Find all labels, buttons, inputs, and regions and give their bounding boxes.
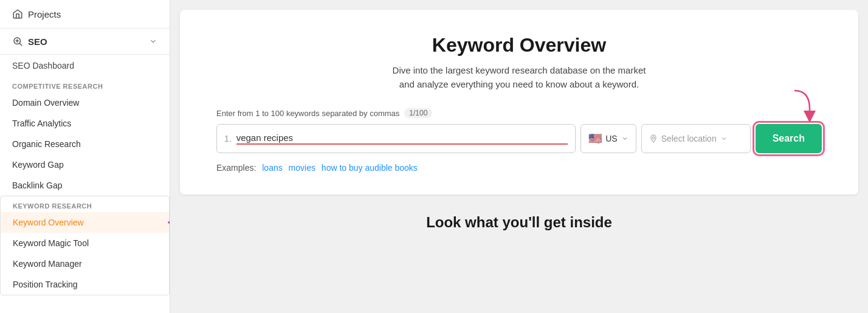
- sidebar: Projects SEO SEO Dashboard COMPETITIVE R…: [0, 0, 170, 313]
- seo-label: SEO: [28, 36, 47, 47]
- main-content: Keyword Overview Dive into the largest k…: [170, 0, 868, 313]
- country-chevron-icon: [621, 135, 629, 142]
- examples-row: Examples: loans movies how to buy audibl…: [216, 163, 822, 173]
- sidebar-item-organic-research[interactable]: Organic Research: [0, 134, 170, 154]
- svg-point-2: [652, 137, 655, 139]
- sidebar-item-keyword-manager[interactable]: Keyword Manager: [1, 253, 169, 274]
- search-button-wrapper: Search: [756, 124, 822, 153]
- example-audible[interactable]: how to buy audible books: [322, 163, 418, 173]
- sidebar-item-traffic-analytics[interactable]: Traffic Analytics: [0, 113, 170, 134]
- bottom-title: Look what you'll get inside: [180, 214, 858, 231]
- sidebar-item-keyword-magic-tool[interactable]: Keyword Magic Tool: [1, 233, 169, 253]
- sidebar-item-position-tracking[interactable]: Position Tracking: [1, 274, 169, 295]
- keyword-overview-wrapper: Keyword Overview: [1, 212, 169, 233]
- keyword-count-badge: 1/100: [404, 108, 432, 118]
- sidebar-item-keyword-overview[interactable]: Keyword Overview: [1, 212, 169, 233]
- country-select[interactable]: 🇺🇸 US: [580, 124, 636, 153]
- search-row: 1. 🇺🇸 US Select location: [216, 124, 822, 153]
- example-movies[interactable]: movies: [289, 163, 315, 173]
- us-flag-icon: 🇺🇸: [588, 132, 602, 145]
- projects-label: Projects: [28, 9, 61, 19]
- pink-arrow-icon: [773, 88, 816, 124]
- keyword-overview-card: Keyword Overview Dive into the largest k…: [180, 10, 858, 194]
- location-chevron-icon: [720, 135, 728, 142]
- sidebar-seo-section[interactable]: SEO: [0, 29, 170, 55]
- page-title: Keyword Overview: [216, 34, 822, 57]
- sidebar-item-seo-dashboard[interactable]: SEO Dashboard: [0, 55, 170, 77]
- location-select[interactable]: Select location: [641, 124, 751, 153]
- location-pin-icon: [649, 134, 658, 143]
- example-loans[interactable]: loans: [262, 163, 282, 173]
- competitive-research-label: COMPETITIVE RESEARCH: [0, 77, 170, 92]
- location-placeholder: Select location: [661, 134, 717, 143]
- chevron-down-icon: [149, 37, 157, 46]
- country-code: US: [605, 134, 617, 143]
- keyword-research-label: KEYWORD RESEARCH: [1, 196, 169, 212]
- bottom-section: Look what you'll get inside: [170, 202, 868, 243]
- sidebar-item-domain-overview[interactable]: Domain Overview: [0, 92, 170, 113]
- keyword-input-wrapper[interactable]: 1.: [216, 124, 576, 153]
- keyword-research-section: KEYWORD RESEARCH Keyword Overview Keywor…: [0, 196, 170, 295]
- sidebar-item-backlink-gap[interactable]: Backlink Gap: [0, 175, 170, 196]
- sidebar-projects[interactable]: Projects: [0, 0, 170, 29]
- input-label: Enter from 1 to 100 keywords separated b…: [216, 108, 822, 118]
- examples-label: Examples:: [216, 163, 256, 173]
- search-button[interactable]: Search: [756, 124, 822, 153]
- seo-icon: [12, 36, 23, 47]
- page-subtitle: Dive into the largest keyword research d…: [216, 64, 822, 91]
- keyword-number: 1.: [224, 134, 232, 143]
- home-icon: [12, 9, 23, 19]
- keyword-input[interactable]: [236, 132, 568, 145]
- sidebar-item-keyword-gap[interactable]: Keyword Gap: [0, 154, 170, 175]
